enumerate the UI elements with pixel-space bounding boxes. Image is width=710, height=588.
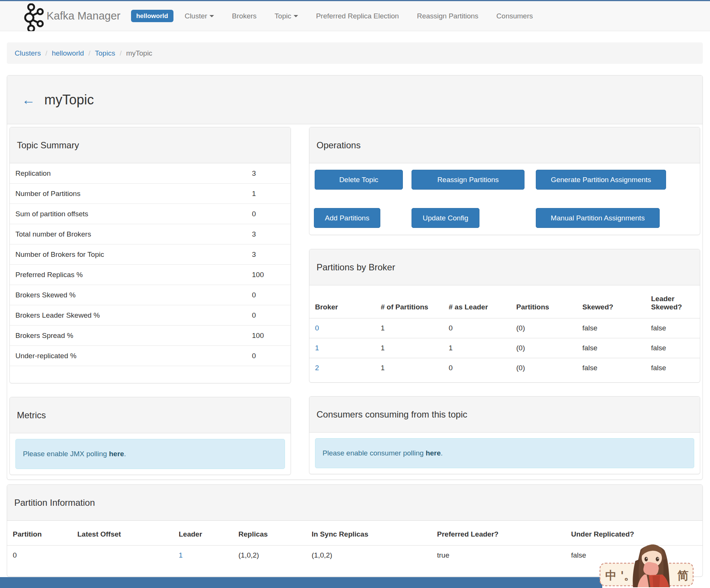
topic-detail-header: ← myTopic	[7, 75, 702, 124]
nav-item-brokers[interactable]: Brokers	[223, 12, 265, 20]
consumer-polling-alert: Please enable consumer polling here.	[315, 438, 694, 468]
partition-information-title: Partition Information	[7, 485, 702, 521]
leader-broker-link[interactable]: 1	[179, 551, 183, 559]
consumers-body: Please enable consumer polling here.	[309, 433, 700, 474]
enable-jmx-polling-link[interactable]: here	[109, 450, 124, 458]
breadcrumb-separator: /	[115, 49, 126, 57]
top-accent-line	[0, 0, 710, 1]
table-header-row: Broker # of Partitions # as Leader Parti…	[309, 285, 700, 318]
table-row: Under-replicated %0	[10, 346, 291, 366]
breadcrumb-current-topic: myTopic	[126, 49, 152, 57]
breadcrumb-separator: /	[41, 49, 52, 57]
enable-consumer-polling-link[interactable]: here	[426, 449, 441, 457]
broker-link[interactable]: 2	[315, 364, 319, 372]
navbar: Kafka Manager helloworld Cluster Brokers…	[0, 1, 710, 31]
table-row: Brokers Spread %100	[10, 326, 291, 346]
bottom-blue-bar	[0, 577, 602, 588]
breadcrumb-separator: /	[84, 49, 95, 57]
breadcrumb-topics[interactable]: Topics	[95, 49, 115, 57]
page-title: myTopic	[44, 92, 94, 108]
breadcrumb-cluster-name[interactable]: helloworld	[52, 49, 84, 57]
left-column: Topic Summary Replication3 Number of Par…	[9, 127, 291, 475]
table-row: Number of Partitions1	[10, 184, 291, 204]
update-config-button[interactable]: Update Config	[412, 208, 479, 228]
operations-title: Operations	[309, 127, 700, 163]
table-row: 2 1 0 (0) false false	[309, 358, 700, 378]
topic-summary-title: Topic Summary	[10, 127, 291, 163]
kafka-logo-icon	[23, 3, 44, 31]
table-row: 1 1 1 (0) false false	[309, 338, 700, 358]
caret-down-icon	[294, 15, 298, 17]
reassign-partitions-button[interactable]: Reassign Partitions	[412, 170, 525, 190]
topic-summary-table: Replication3 Number of Partitions1 Sum o…	[10, 163, 291, 366]
partitions-by-broker-table: Broker # of Partitions # as Leader Parti…	[309, 285, 700, 378]
metrics-panel: Metrics Please enable JMX polling here.	[9, 397, 291, 475]
operations-row-2: Add Partitions Update Config Manual Part…	[309, 208, 700, 228]
partitions-by-broker-panel: Partitions by Broker Broker # of Partiti…	[309, 249, 700, 383]
breadcrumb: Clusters / helloworld / Topics / myTopic	[7, 42, 703, 64]
nav-item-topic[interactable]: Topic	[265, 12, 307, 20]
right-column: Operations Delete Topic Reassign Partiti…	[309, 127, 700, 475]
add-partitions-button[interactable]: Add Partitions	[314, 208, 380, 228]
panel-filler	[309, 378, 700, 382]
manual-partition-assignments-button[interactable]: Manual Partition Assignments	[536, 208, 660, 228]
jmx-polling-alert: Please enable JMX polling here.	[15, 439, 285, 469]
metrics-title: Metrics	[10, 397, 291, 433]
delete-topic-button[interactable]: Delete Topic	[315, 170, 403, 190]
table-row: Brokers Leader Skewed %0	[10, 305, 291, 326]
consumers-title: Consumers consuming from this topic	[309, 397, 700, 433]
nav-item-consumers[interactable]: Consumers	[487, 12, 542, 20]
cluster-badge[interactable]: helloworld	[131, 10, 173, 22]
operations-row-1: Delete Topic Reassign Partitions Generat…	[309, 170, 700, 190]
nav-menu: Cluster Brokers Topic Preferred Replica …	[176, 12, 542, 20]
table-row: Number of Brokers for Topic3	[10, 244, 291, 265]
brand-title[interactable]: Kafka Manager	[47, 10, 121, 22]
topic-detail-body: Topic Summary Replication3 Number of Par…	[7, 124, 702, 479]
broker-link[interactable]: 1	[315, 344, 319, 352]
nav-item-reassign-partitions[interactable]: Reassign Partitions	[408, 12, 487, 20]
table-row: Sum of partition offsets0	[10, 204, 291, 224]
topic-detail-panel: ← myTopic Topic Summary Replication3 Num…	[7, 75, 703, 480]
caret-down-icon	[210, 15, 214, 17]
metrics-body: Please enable JMX polling here.	[10, 433, 291, 475]
nav-item-cluster[interactable]: Cluster	[176, 12, 223, 20]
table-row: Total number of Brokers3	[10, 224, 291, 244]
partitions-by-broker-title: Partitions by Broker	[309, 249, 700, 285]
table-row: Preferred Replicas %100	[10, 265, 291, 285]
table-row: Replication3	[10, 163, 291, 184]
generate-partition-assignments-button[interactable]: Generate Partition Assignments	[536, 170, 666, 190]
table-row: Brokers Skewed %0	[10, 285, 291, 305]
anime-girl-watermark: 中 '。半 简	[596, 538, 700, 588]
kafka-manager-app: Kafka Manager helloworld Cluster Brokers…	[0, 0, 710, 588]
back-arrow-icon[interactable]: ←	[22, 93, 35, 107]
broker-link[interactable]: 0	[315, 324, 319, 332]
nav-item-preferred-replica-election[interactable]: Preferred Replica Election	[307, 12, 408, 20]
table-row: 0 1 0 (0) false false	[309, 318, 700, 338]
panel-filler	[10, 366, 291, 383]
breadcrumb-clusters[interactable]: Clusters	[15, 49, 41, 57]
operations-body: Delete Topic Reassign Partitions Generat…	[309, 163, 700, 235]
brand[interactable]: Kafka Manager	[23, 1, 121, 31]
consumers-panel: Consumers consuming from this topic Plea…	[309, 396, 700, 474]
watermark-text-right: 简	[677, 569, 689, 582]
topic-summary-panel: Topic Summary Replication3 Number of Par…	[9, 127, 291, 383]
operations-panel: Operations Delete Topic Reassign Partiti…	[309, 127, 700, 235]
